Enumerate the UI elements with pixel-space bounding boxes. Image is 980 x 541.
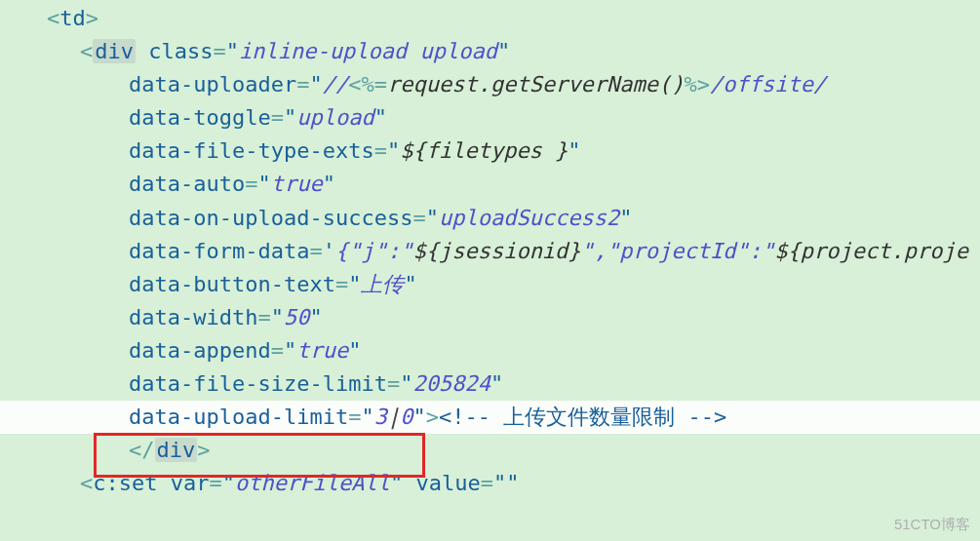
code-line: <c:set var="otherFileAll" value="" (47, 467, 980, 500)
text-cursor: | (387, 405, 400, 429)
html-comment: <!-- 上传文件数量限制 --> (439, 405, 726, 429)
code-line: data-on-upload-success="uploadSuccess2" (47, 202, 980, 235)
watermark: 51CTO博客 (894, 513, 970, 535)
code-line: data-toggle="upload" (47, 101, 980, 135)
highlighted-line: data-upload-limit="3|0"><!-- 上传文件数量限制 --… (0, 401, 980, 434)
code-line: data-append="true" (47, 334, 980, 367)
code-line: <div class="inline-upload upload" (47, 35, 980, 68)
code-line: data-button-text="上传" (47, 268, 980, 301)
code-line: data-auto="true" (47, 168, 980, 201)
code-line: data-file-type-exts="${filetypes }" (47, 135, 980, 168)
code-line: <td> (47, 2, 980, 35)
code-line: data-form-data='{"j":"${jsessionid}","pr… (47, 235, 980, 268)
code-line: data-width="50" (47, 301, 980, 334)
code-line: data-file-size-limit="205824" (47, 367, 980, 401)
code-line: data-uploader="//<%=request.getServerNam… (47, 68, 980, 101)
code-line: </div> (47, 434, 980, 467)
code-block: <td> <div class="inline-upload upload" d… (0, 0, 980, 500)
